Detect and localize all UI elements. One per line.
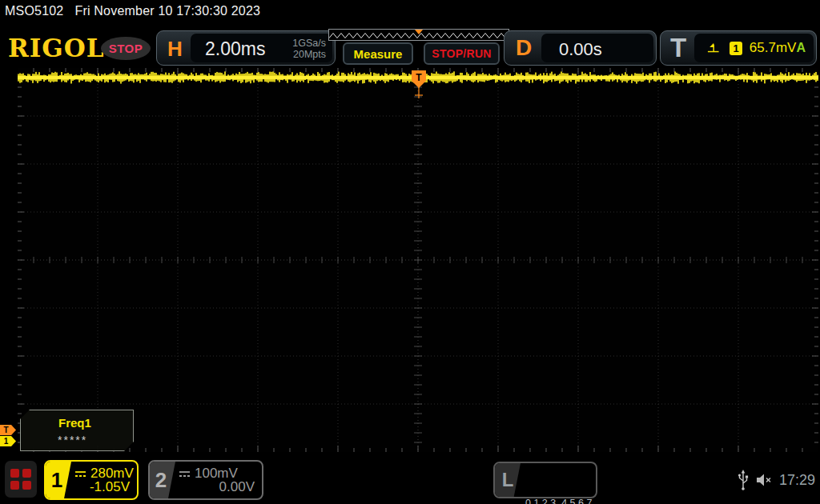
memory-overview-strip[interactable] xyxy=(328,29,509,41)
timebase-value: 2.00ms xyxy=(205,38,265,60)
stop-run-button[interactable]: STOP/RUN xyxy=(424,42,500,65)
trigger-level-value: 65.7mV xyxy=(750,40,797,56)
logic-label: L xyxy=(495,463,521,497)
menu-grid-icon xyxy=(22,469,31,478)
rigol-logo: RIGOL xyxy=(8,34,105,62)
channel2-status[interactable]: 2 100mV 0.00V xyxy=(148,460,263,500)
horizontal-inner: 2.00ms 1GSa/s 20Mpts xyxy=(191,34,332,62)
channel1-position-flag[interactable]: 1 xyxy=(0,436,16,446)
trigger-label: T xyxy=(670,33,686,63)
sample-rate: 1GSa/s xyxy=(292,38,326,49)
trigger-panel[interactable]: T 1 65.7mV A xyxy=(660,30,817,66)
usb-icon xyxy=(738,470,749,490)
channel1-status[interactable]: 1 280mV -1.05V xyxy=(44,460,139,500)
horizontal-panel[interactable]: H 2.00ms 1GSa/s 20Mpts xyxy=(156,30,336,66)
trigger-level-flag[interactable]: T xyxy=(0,425,16,435)
header: RIGOL STOP H 2.00ms 1GSa/s 20Mpts Measur… xyxy=(0,24,820,68)
trigger-inner: 1 65.7mV A xyxy=(694,34,814,62)
model-name: MSO5102 xyxy=(5,4,63,18)
delay-value: 0.00s xyxy=(559,39,602,60)
rising-edge-icon xyxy=(707,42,720,54)
channel1-offset: -1.05V xyxy=(90,479,130,495)
waveform-grid: T xyxy=(18,68,818,452)
delay-label: D xyxy=(516,35,532,61)
trigger-mode: A xyxy=(796,41,806,55)
delay-inner: 0.00s xyxy=(541,34,653,62)
acquisition-status-badge: STOP xyxy=(101,37,151,60)
logic-row-0-7: 0 1 2 3 4 5 6 7 xyxy=(525,496,611,504)
logic-channels-status[interactable]: L 0 1 2 3 4 5 6 7 8 9 1011 12131415 xyxy=(493,462,597,498)
dc-coupling-icon xyxy=(74,470,86,478)
speaker-muted-icon[interactable] xyxy=(755,472,773,488)
memory-depth: 20Mpts xyxy=(292,49,326,60)
trigger-marker-letter: T xyxy=(416,72,422,83)
measurement-popup[interactable]: Freq1 ***** xyxy=(20,410,134,451)
waveform-display[interactable]: T xyxy=(18,68,818,452)
channel1-number: 1 xyxy=(46,462,71,498)
oscilloscope-screen: MSO5102Fri November 10 17:30:30 2023 RIG… xyxy=(0,0,820,504)
title-bar: MSO5102Fri November 10 17:30:30 2023 xyxy=(5,4,260,18)
menu-grid-icon xyxy=(10,469,19,478)
menu-grid-icon xyxy=(10,481,19,490)
trigger-source-badge: 1 xyxy=(730,42,742,55)
dc-coupling-icon xyxy=(179,470,191,478)
function-menu-button[interactable] xyxy=(5,461,37,498)
measure-button[interactable]: Measure xyxy=(343,42,413,65)
clock: 17:29 xyxy=(779,472,815,489)
channel2-offset: 0.00V xyxy=(219,479,255,495)
measurement-value: ***** xyxy=(58,434,87,446)
menu-grid-icon xyxy=(22,481,31,490)
datetime: Fri November 10 17:30:30 2023 xyxy=(74,4,260,18)
channel2-number: 2 xyxy=(150,462,175,498)
window-position-marker[interactable] xyxy=(415,30,423,34)
delay-panel[interactable]: D 0.00s xyxy=(504,30,657,66)
sample-rate-info: 1GSa/s 20Mpts xyxy=(292,38,326,60)
bottom-bar: 1 280mV -1.05V 2 100mV 0.00V L xyxy=(0,456,820,504)
measurement-name: Freq1 xyxy=(58,416,91,430)
horizontal-label: H xyxy=(167,37,183,62)
